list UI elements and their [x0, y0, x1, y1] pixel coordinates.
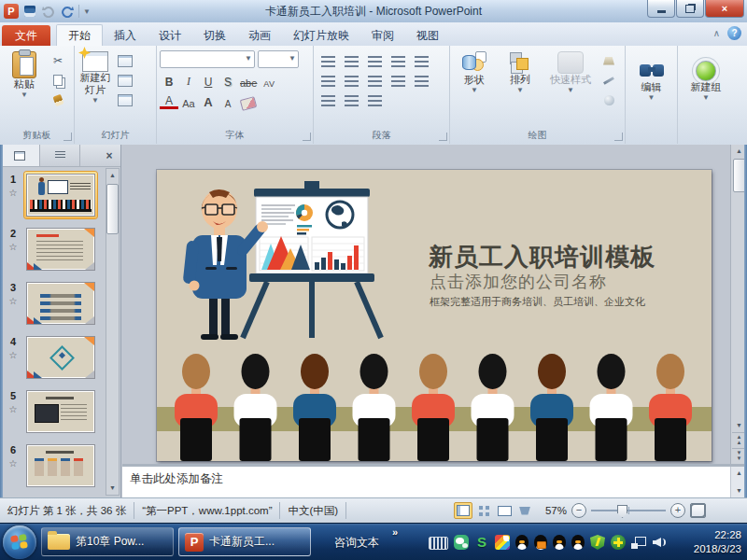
sorter-view-button[interactable]: [474, 502, 493, 519]
tab-视图[interactable]: 视图: [405, 25, 450, 46]
justify-icon[interactable]: [368, 95, 382, 106]
shrink-font-button[interactable]: A: [218, 99, 237, 109]
drawing-dialog-launcher[interactable]: [614, 133, 623, 141]
show-view-button[interactable]: [515, 502, 534, 519]
notes-placeholder[interactable]: 单击此处添加备注: [122, 467, 747, 492]
copy-icon[interactable]: [49, 73, 67, 88]
rainbow-icon[interactable]: [495, 535, 510, 550]
qq-penguin-icon[interactable]: [515, 535, 529, 550]
text-direction-icon[interactable]: [391, 56, 405, 67]
tab-slides-thumbnails[interactable]: [0, 145, 40, 166]
animation-star-icon[interactable]: ☆: [9, 188, 18, 198]
new-group-button[interactable]: 新建组 ▼: [684, 49, 727, 129]
qq-penguin-icon[interactable]: [571, 535, 585, 550]
tab-开始[interactable]: 开始: [56, 24, 103, 46]
tab-切换[interactable]: 切换: [192, 25, 237, 46]
panel-scrollbar[interactable]: ▲ ▼: [106, 168, 120, 496]
editing-button[interactable]: 编辑 ▼: [630, 49, 673, 129]
reset-icon[interactable]: [116, 73, 134, 88]
shapes-button[interactable]: 形状 ▼: [453, 49, 496, 129]
section-icon[interactable]: [116, 92, 134, 107]
slide-subtitle-text[interactable]: 点击添加您的公司名称: [430, 271, 607, 293]
align-right-icon[interactable]: [345, 95, 359, 106]
arrange-button[interactable]: 排列 ▼: [499, 49, 542, 129]
fit-to-window-button[interactable]: [690, 503, 706, 518]
paragraph-dialog-launcher[interactable]: [439, 133, 447, 141]
underline-button[interactable]: U: [199, 76, 218, 89]
overflow-chevron-icon[interactable]: »: [392, 526, 398, 538]
decrease-indent-icon[interactable]: [321, 76, 335, 87]
qq-penguin-icon[interactable]: [553, 535, 566, 550]
close-button[interactable]: ×: [705, 0, 744, 18]
zoom-slider[interactable]: [591, 504, 666, 517]
font-color-button[interactable]: A: [160, 95, 178, 109]
italic-button[interactable]: I: [179, 75, 198, 89]
bullets-icon[interactable]: [321, 56, 335, 67]
quick-styles-button[interactable]: 快速样式 ▼: [544, 49, 597, 129]
slide-thumbnail-2[interactable]: [24, 226, 97, 273]
slide-title-text[interactable]: 新员工入职培训模板: [429, 241, 655, 273]
new-slide-button[interactable]: 新建幻灯片 ▼: [78, 49, 113, 129]
strikethrough-button[interactable]: abe: [238, 77, 259, 89]
font-name-combobox[interactable]: ▼: [160, 50, 255, 68]
character-spacing-button[interactable]: AV: [260, 79, 278, 89]
bold-button[interactable]: B: [160, 76, 178, 89]
tab-设计[interactable]: 设计: [148, 25, 192, 46]
wechat-icon[interactable]: [454, 535, 469, 550]
messenger-s-icon[interactable]: S: [474, 535, 489, 550]
security-shield-icon[interactable]: [590, 535, 605, 550]
scroll-down-icon[interactable]: ▼: [109, 482, 116, 495]
health-plus-icon[interactable]: [611, 535, 626, 550]
reading-view-button[interactable]: [495, 502, 514, 519]
zoom-in-button[interactable]: +: [670, 503, 685, 518]
tab-outline[interactable]: [40, 145, 80, 166]
keyboard-icon[interactable]: [429, 537, 448, 550]
panel-scrollbar-thumb[interactable]: [106, 184, 119, 234]
slide-editor[interactable]: 新员工入职培训模板 点击添加您的公司名称 框架完整适用于商务培训、员工培训、企业…: [122, 145, 730, 464]
shape-effects-icon[interactable]: [599, 92, 618, 107]
slide-thumbnail-5[interactable]: [24, 388, 97, 435]
scroll-up-icon[interactable]: ▲: [736, 467, 742, 480]
network-icon[interactable]: [631, 536, 646, 551]
tab-file[interactable]: 文件: [2, 25, 50, 46]
paste-button[interactable]: 粘贴 ▼: [3, 49, 46, 129]
slide-layout-icon[interactable]: [116, 53, 134, 68]
tab-幻灯片放映[interactable]: 幻灯片放映: [282, 25, 360, 46]
slide-thumbnail-3[interactable]: [24, 280, 97, 327]
qq-penguin-briefcase-icon[interactable]: [534, 535, 547, 550]
taskbar-button[interactable]: 卡通新员工...: [178, 527, 311, 556]
shape-fill-icon[interactable]: [599, 53, 618, 68]
taskbar-toolbar-text[interactable]: 咨询文本: [334, 535, 379, 551]
slide-thumbnail-4[interactable]: [24, 334, 97, 381]
notes-pane[interactable]: 单击此处添加备注 ▲ ▼: [122, 464, 747, 497]
font-dialog-launcher[interactable]: [303, 133, 311, 141]
minimize-button[interactable]: [647, 0, 675, 18]
taskbar-clock[interactable]: 22:28 2018/3/23: [694, 528, 741, 556]
slide-thumbnail-1[interactable]: [24, 172, 97, 218]
scroll-down-icon[interactable]: ▼: [736, 419, 742, 432]
increase-indent-icon[interactable]: [345, 76, 359, 87]
convert-smartart-icon[interactable]: [391, 76, 405, 87]
slide-tagline-text[interactable]: 框架完整适用于商务培训、员工培训、企业文化: [430, 295, 645, 309]
format-painter-icon[interactable]: [49, 92, 67, 107]
animation-star-icon[interactable]: ☆: [9, 458, 18, 469]
columns-icon[interactable]: [368, 76, 382, 87]
zoom-out-button[interactable]: −: [571, 503, 586, 518]
taskbar-button[interactable]: 第10章 Pow...: [41, 527, 174, 556]
shape-outline-icon[interactable]: [599, 73, 618, 88]
animation-star-icon[interactable]: ☆: [9, 350, 18, 360]
title-bar[interactable]: P ▼ 卡通新员工入职培训 - Microsoft PowerPoint ×: [0, 0, 747, 23]
animation-star-icon[interactable]: ☆: [9, 404, 18, 414]
zoom-slider-thumb[interactable]: [617, 505, 627, 518]
change-case-button[interactable]: Aa: [179, 98, 198, 109]
align-left-icon[interactable]: [415, 76, 429, 87]
animation-star-icon[interactable]: ☆: [9, 242, 18, 252]
slide-thumbnail-6[interactable]: [24, 442, 97, 489]
align-center-icon[interactable]: [321, 95, 335, 106]
cut-icon[interactable]: ✂: [49, 53, 67, 68]
grow-font-button[interactable]: A: [199, 95, 218, 109]
scroll-up-icon[interactable]: ▲: [109, 169, 116, 182]
volume-icon[interactable]: [652, 535, 667, 550]
close-panel-icon[interactable]: ×: [98, 145, 120, 166]
restore-button[interactable]: [676, 0, 704, 18]
